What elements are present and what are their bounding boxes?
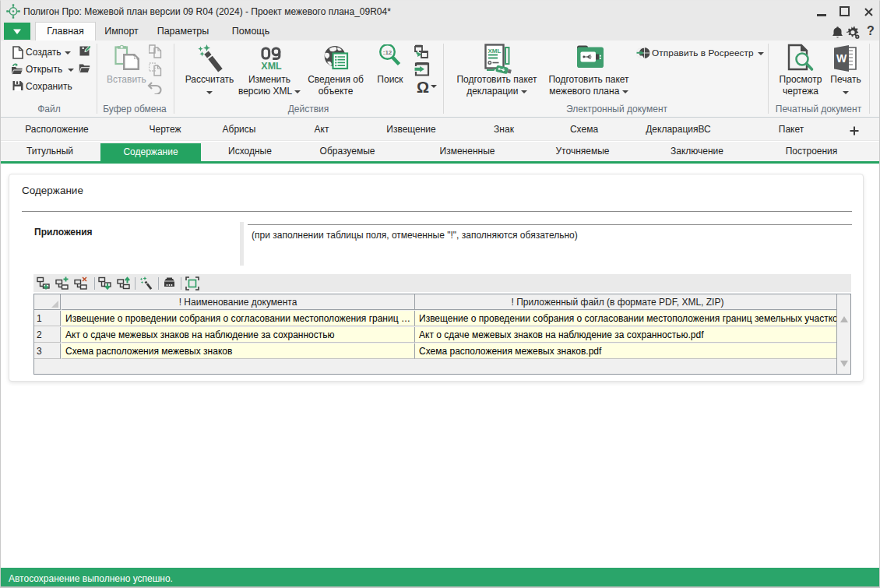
svg-text::12: :12 <box>383 49 392 56</box>
svg-text:XML: XML <box>488 48 502 55</box>
svg-text:XML: XML <box>261 61 282 71</box>
svg-text:W: W <box>836 52 847 65</box>
